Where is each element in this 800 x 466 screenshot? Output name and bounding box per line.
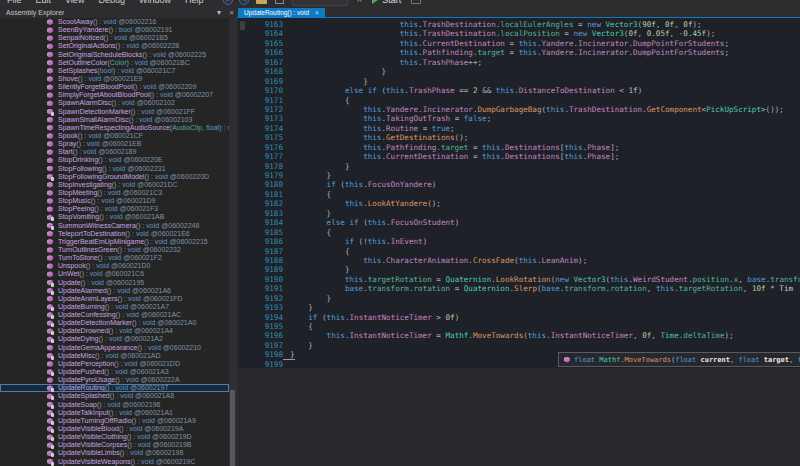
line-number[interactable]: 9186: [238, 237, 283, 246]
tree-item-TurnOutlinesGreen[interactable]: TurnOutlinesGreen() : void @06002232: [0, 246, 229, 254]
tree-item-ScootAway[interactable]: ScootAway() : void @06002216: [0, 18, 229, 26]
tree-item-SeenByYandere[interactable]: SeenByYandere() : bool @06002191: [0, 26, 229, 34]
toolbar-search-input[interactable]: [292, 0, 348, 6]
tab-updaterouting[interactable]: UpdateRouting() : void×: [238, 8, 325, 18]
tree-item-StopDrinking[interactable]: StopDrinking() : void @0600220E: [0, 156, 229, 164]
code-line-9169[interactable]: 9169 }: [238, 77, 800, 86]
tree-item-UpdateSplashed[interactable]: UpdateSplashed() : void @060021A8: [0, 392, 229, 400]
line-number[interactable]: 9189: [238, 265, 283, 274]
code-editor[interactable]: 9163 this.TrashDestination.localEulerAng…: [238, 18, 800, 466]
line-number[interactable]: 9177: [238, 152, 283, 161]
tree-item-UpdateVisibleLimbs[interactable]: UpdateVisibleLimbs() : void @06002198: [0, 449, 229, 457]
tree-item-StopFollowingGroundModel[interactable]: StopFollowingGroundModel() : void @06002…: [0, 173, 229, 181]
tree-item-TriggerBeatEmUpMinigame[interactable]: TriggerBeatEmUpMinigame() : void @060022…: [0, 238, 229, 246]
save-icon[interactable]: [275, 0, 284, 4]
tree-item-Spook[interactable]: Spook() : void @060021CF: [0, 132, 229, 140]
tree-item-SpawnTimeRespectingAudioSource[interactable]: SpawnTimeRespectingAudioSource(AudioClip…: [0, 124, 229, 132]
tree-item-UpdateVisibleCorpses[interactable]: UpdateVisibleCorpses() : void @0600219B: [0, 441, 229, 449]
tree-item-SilentlyForgetBloodPool[interactable]: SilentlyForgetBloodPool() : void @060022…: [0, 83, 229, 91]
tree-item-Unspook[interactable]: Unspook() : void @060021D0: [0, 262, 229, 270]
tree-item-TeleportToDestination[interactable]: TeleportToDestination() : void @060021E6: [0, 230, 229, 238]
line-number[interactable]: 9173: [238, 114, 283, 123]
code-line-9179[interactable]: 9179 }: [238, 171, 800, 180]
tree-item-StopFollowing[interactable]: StopFollowing() : void @06002231: [0, 165, 229, 173]
menu-view[interactable]: View: [65, 0, 84, 5]
tree-item-UpdateConfessing[interactable]: UpdateConfessing() : void @060021AC: [0, 311, 229, 319]
line-number[interactable]: 9176: [238, 143, 283, 152]
code-line-9188[interactable]: 9188 this.CharacterAnimation.CrossFade(t…: [238, 256, 800, 265]
code-line-9191[interactable]: 9191 base.transform.rotation = Quaternio…: [238, 284, 800, 293]
tree-item-StopMeeting[interactable]: StopMeeting() : void @060021C3: [0, 189, 229, 197]
chevron-down-icon[interactable]: ▾: [217, 8, 221, 17]
tree-item-UnWet[interactable]: UnWet() : void @060021C6: [0, 270, 229, 278]
code-line-9173[interactable]: 9173 this.TakingOutTrash = false;: [238, 114, 800, 123]
line-number[interactable]: 9183: [238, 209, 283, 218]
code-line-9186[interactable]: 9186 if (!this.InEvent): [238, 237, 800, 246]
line-number[interactable]: 9187: [238, 247, 283, 256]
line-number[interactable]: 9192: [238, 294, 283, 303]
code-line-9193[interactable]: 9193 }: [238, 303, 800, 312]
code-line-9190[interactable]: 9190 this.targetRotation = Quaternion.Lo…: [238, 275, 800, 284]
code-line-9185[interactable]: 9185 {: [238, 228, 800, 237]
tree-item-UpdateSoap[interactable]: UpdateSoap() : void @06002196: [0, 401, 229, 409]
tree-item-UpdateAnimLayers[interactable]: UpdateAnimLayers() : void @060021FD: [0, 295, 229, 303]
tree-item-TurnToStone[interactable]: TurnToStone() : void @060021F2: [0, 254, 229, 262]
tab-close-icon[interactable]: ×: [315, 9, 319, 16]
line-number[interactable]: 9172: [238, 105, 283, 114]
code-line-9196[interactable]: 9196 this.InstantNoticeTimer = Mathf.Mov…: [238, 331, 800, 340]
tree-item-SimplyForgetAboutBloodPool[interactable]: SimplyForgetAboutBloodPool() : void @060…: [0, 91, 229, 99]
line-number[interactable]: 9190: [238, 275, 283, 284]
tree-item-Spray[interactable]: Spray() : void @060021EB: [0, 140, 229, 148]
tree-item-UpdateAlarmed[interactable]: UpdateAlarmed() : void @060021A6: [0, 287, 229, 295]
line-number[interactable]: 9164: [238, 29, 283, 38]
tree-scrollbar[interactable]: [229, 18, 236, 466]
tree-item-UpdateVisibleClothing[interactable]: UpdateVisibleClothing() : void @0600219D: [0, 433, 229, 441]
code-line-9164[interactable]: 9164 this.TrashDestination.localPosition…: [238, 29, 800, 38]
panel-close-icon[interactable]: ×: [229, 8, 234, 17]
code-line-9187[interactable]: 9187 {: [238, 247, 800, 256]
line-number[interactable]: 9179: [238, 171, 283, 180]
code-line-9189[interactable]: 9189 }: [238, 265, 800, 274]
menu-window[interactable]: Window: [139, 0, 171, 5]
navigate-backward-icon[interactable]: ←: [223, 0, 233, 5]
code-line-9165[interactable]: 9165 this.CurrentDestination = this.Yand…: [238, 39, 800, 48]
tree-item-UpdatePyroUsage[interactable]: UpdatePyroUsage() : void @0600222A: [0, 376, 229, 384]
code-line-9170[interactable]: 9170 else if (this.TrashPhase == 2 && th…: [238, 86, 800, 95]
tree-scrollbar-thumb[interactable]: [230, 390, 235, 466]
tree-item-Shove[interactable]: Shove() : void @060021E9: [0, 75, 229, 83]
code-line-9172[interactable]: 9172 this.Yandere.Incinerator.DumpGarbag…: [238, 105, 800, 114]
tree-item-UpdatePerception[interactable]: UpdatePerception() : void @060021DD: [0, 360, 229, 368]
tree-item-SummonWitnessCamera[interactable]: SummonWitnessCamera() : void @06002248: [0, 222, 229, 230]
tree-item-SetSplashes[interactable]: SetSplashes(bool) : void @060021C7: [0, 67, 229, 75]
tree-item-UpdateDrowned[interactable]: UpdateDrowned() : void @060021A4: [0, 327, 229, 335]
line-number[interactable]: 9166: [238, 48, 283, 57]
line-number[interactable]: 9193: [238, 303, 283, 312]
code-line-9176[interactable]: 9176 this.Pathfinding.target = this.Dest…: [238, 143, 800, 152]
line-number[interactable]: 9191: [238, 284, 283, 293]
code-line-9168[interactable]: 9168 }: [238, 67, 800, 76]
navigate-forward-icon[interactable]: →: [239, 0, 249, 5]
line-number[interactable]: 9196: [238, 331, 283, 340]
code-line-9180[interactable]: 9180 if (this.FocusOnYandere): [238, 180, 800, 189]
tree-item-UpdateRouting[interactable]: UpdateRouting() : void @06002197: [0, 384, 229, 392]
tree-item-UpdateVisibleWeapons[interactable]: UpdateVisibleWeapons() : void @0600219C: [0, 458, 229, 466]
code-line-9195[interactable]: 9195 {: [238, 322, 800, 331]
tree-item-UpdateBurning[interactable]: UpdateBurning() : void @060021A7: [0, 303, 229, 311]
tree-item-SpawnAlarmDisc[interactable]: SpawnAlarmDisc() : void @06002102: [0, 99, 229, 107]
code-line-9184[interactable]: 9184 else if (this.FocusOnStudent): [238, 218, 800, 227]
assembly-explorer-tree[interactable]: ScootAway() : void @06002216SeenByYander…: [0, 18, 229, 466]
line-number[interactable]: 9175: [238, 133, 283, 142]
tree-item-UpdatePushed[interactable]: UpdatePushed() : void @060021A3: [0, 368, 229, 376]
tree-item-UpdateVisibleBlood[interactable]: UpdateVisibleBlood() : void @0600219A: [0, 425, 229, 433]
tree-item-Start[interactable]: Start() : void @06002189: [0, 148, 229, 156]
code-line-9181[interactable]: 9181 {: [238, 190, 800, 199]
code-line-9194[interactable]: 9194 if (this.InstantNoticeTimer > 0f): [238, 313, 800, 322]
line-number[interactable]: 9180: [238, 180, 283, 189]
start-debugging-button[interactable]: Start: [372, 0, 401, 5]
code-line-9182[interactable]: 9182 this.LookAtYandere();: [238, 199, 800, 208]
comment-icon[interactable]: [411, 0, 421, 4]
code-line-9197[interactable]: 9197 }: [238, 341, 800, 350]
tree-item-UpdateTalkInput[interactable]: UpdateTalkInput() : void @060021A1: [0, 409, 229, 417]
tree-item-UpdateDying[interactable]: UpdateDying() : void @060021A2: [0, 335, 229, 343]
tree-item-UpdateMisc[interactable]: UpdateMisc() : void @060021AD: [0, 352, 229, 360]
